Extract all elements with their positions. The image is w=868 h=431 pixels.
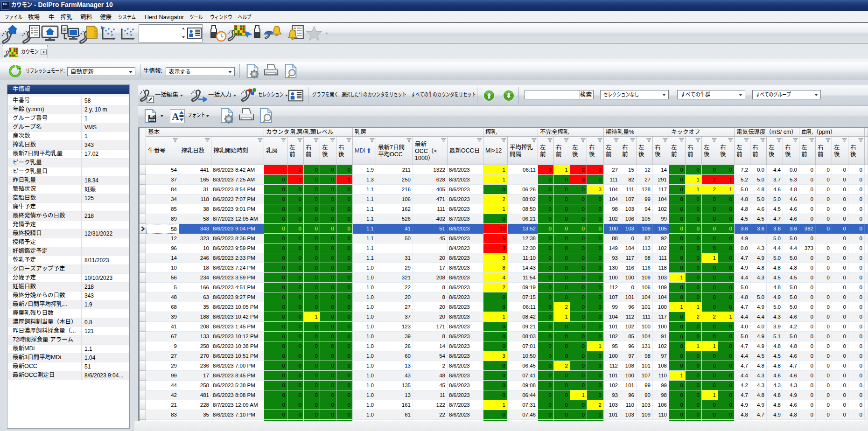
svg-text:A: A <box>172 111 179 122</box>
